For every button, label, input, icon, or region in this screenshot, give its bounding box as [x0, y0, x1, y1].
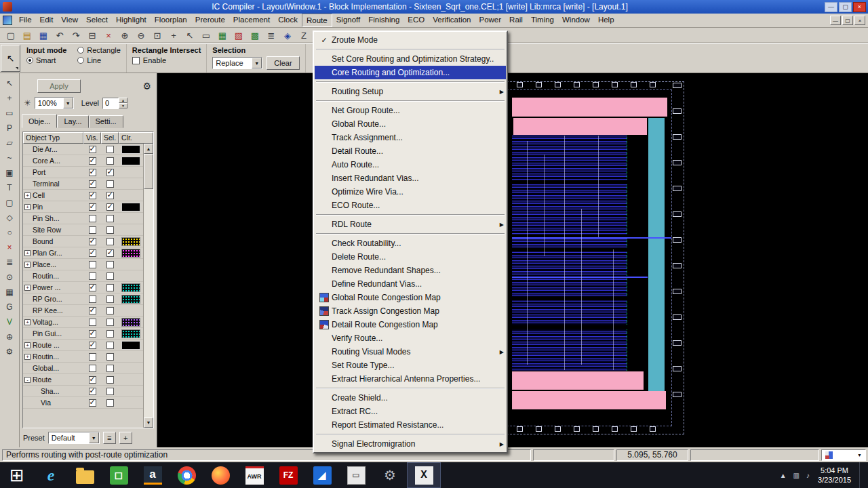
Voltag...[interactable]: + Voltag... [23, 317, 143, 328]
port-marker[interactable] [631, 426, 637, 432]
close-button[interactable]: × [853, 2, 866, 12]
Route ...[interactable]: + Route ... [23, 340, 143, 351]
table-scrollbar[interactable]: ▲ ▼ [143, 144, 153, 428]
expand-icon[interactable]: + [24, 192, 31, 199]
port-marker[interactable] [673, 366, 682, 371]
selectable-checkbox[interactable] [106, 296, 114, 303]
color-swatch[interactable] [122, 353, 140, 361]
selection-tool-button[interactable]: ↖ [1, 45, 20, 72]
new-cell-icon[interactable]: ▢ [3, 29, 18, 43]
Pin Gui...[interactable]: Pin Gui... [23, 328, 143, 340]
macro-block-bottom[interactable] [512, 391, 666, 409]
route-menu-item[interactable]: Delete Route... [315, 250, 506, 264]
wire-tool-icon[interactable]: ~ [3, 151, 17, 164]
macro-block-lower[interactable] [512, 371, 644, 390]
taskbar-amazon[interactable]: a [136, 462, 170, 488]
status-dropdown[interactable]: ▼ [821, 449, 866, 461]
taskbar-blue-app[interactable]: ◢ [305, 462, 339, 488]
visibility-checkbox[interactable] [89, 307, 96, 314]
expand-icon[interactable] [24, 158, 31, 164]
visibility-checkbox[interactable] [89, 215, 96, 222]
visibility-checkbox[interactable] [89, 238, 96, 245]
port-marker[interactable] [650, 82, 656, 87]
macro-block-upper[interactable] [513, 118, 647, 135]
selectable-checkbox[interactable] [106, 342, 114, 349]
probe-tool-icon[interactable]: ⊙ [3, 270, 17, 283]
selectable-checkbox[interactable] [106, 319, 114, 326]
route-menu-item[interactable]: Detail Route Congestion Map [315, 318, 506, 331]
color-swatch[interactable] [122, 192, 140, 199]
route-menu-item[interactable]: Verify Route... [315, 331, 506, 345]
color-swatch[interactable] [122, 169, 140, 176]
via-tool-icon[interactable]: ▣ [3, 166, 17, 179]
tray-up-arrow-icon[interactable]: ▲ [780, 472, 787, 479]
layers-icon[interactable]: ≣ [264, 29, 279, 43]
visibility-checkbox[interactable] [89, 296, 96, 303]
color-swatch[interactable] [122, 388, 140, 395]
port-marker[interactable] [593, 82, 599, 87]
menubar-item[interactable]: ECO [403, 14, 429, 27]
menubar-item[interactable]: Verification [429, 14, 475, 27]
visibility-checkbox[interactable] [89, 226, 96, 234]
port-marker[interactable] [673, 186, 682, 191]
expand-icon[interactable] [24, 169, 31, 176]
color-swatch[interactable] [122, 180, 140, 188]
route-menu-item[interactable]: Zroute Mode [315, 33, 506, 47]
panel-tab[interactable]: Obje... [22, 114, 57, 128]
panel-settings-icon[interactable]: ⚙ [142, 81, 151, 92]
expand-icon[interactable] [24, 239, 31, 245]
fill-tool-icon[interactable]: ▦ [3, 285, 17, 298]
expand-icon[interactable]: + [24, 285, 31, 291]
expand-icon[interactable]: + [24, 250, 31, 256]
selectable-checkbox[interactable] [106, 238, 114, 245]
color-swatch[interactable] [122, 272, 140, 280]
Via[interactable]: Via [23, 397, 143, 409]
visibility-checkbox[interactable] [89, 180, 96, 188]
menubar-item[interactable]: Route [302, 14, 332, 27]
pan-icon[interactable]: + [166, 29, 181, 43]
menubar-item[interactable]: Finishing [364, 14, 403, 27]
route-menu-item[interactable]: Routing Setup [315, 85, 506, 98]
color-swatch[interactable] [122, 376, 140, 384]
port-marker[interactable] [673, 108, 682, 114]
menubar-item[interactable]: Clock [274, 14, 302, 27]
std-cell-core[interactable] [512, 136, 627, 371]
preset-list-button[interactable]: ≡ [103, 432, 116, 444]
visibility-checkbox[interactable] [89, 365, 96, 372]
net-icon[interactable]: Z [296, 29, 311, 43]
route-menu-item[interactable]: Auto Route... [315, 158, 506, 171]
mdi-minimize-button[interactable]: — [830, 16, 841, 25]
tray-network-icon[interactable]: ▥ [793, 472, 800, 479]
zoom-in-icon[interactable]: ⊕ [117, 29, 132, 43]
selectable-checkbox[interactable] [106, 307, 114, 314]
port-marker[interactable] [574, 82, 580, 87]
color-swatch[interactable] [122, 319, 140, 326]
port-marker[interactable] [593, 426, 599, 432]
selectable-checkbox[interactable] [106, 203, 114, 211]
Pin[interactable]: + Pin [23, 201, 143, 213]
expand-icon[interactable] [24, 227, 31, 233]
taskbar-awr[interactable]: AWR [237, 462, 271, 488]
color-swatch[interactable] [122, 226, 140, 234]
expand-icon[interactable] [24, 400, 31, 406]
route-menu-item[interactable]: Report Estimated Resistance... [315, 418, 506, 432]
radio-line[interactable]: Line [77, 56, 121, 64]
palette-icon[interactable]: ▩ [248, 29, 262, 43]
expand-icon[interactable]: - [24, 377, 31, 383]
text-tool-icon[interactable]: T [3, 181, 17, 194]
port-marker[interactable] [673, 392, 682, 397]
port-marker[interactable] [673, 340, 682, 346]
selectable-checkbox[interactable] [106, 215, 114, 222]
port-tool-icon[interactable]: P [3, 121, 17, 134]
expand-icon[interactable]: + [24, 354, 31, 360]
visibility-checkbox[interactable] [89, 203, 96, 211]
port-marker[interactable] [673, 263, 682, 268]
menubar-item[interactable]: Floorplan [151, 14, 191, 27]
selectable-checkbox[interactable] [106, 272, 114, 280]
tray-volume-icon[interactable]: ♪ [806, 472, 810, 479]
port-marker[interactable] [673, 83, 682, 88]
Power ...[interactable]: + Power ... [23, 282, 143, 293]
route-menu-item[interactable] [315, 79, 506, 85]
Cell[interactable]: + Cell [23, 190, 143, 201]
delete-icon[interactable]: × [101, 29, 116, 43]
